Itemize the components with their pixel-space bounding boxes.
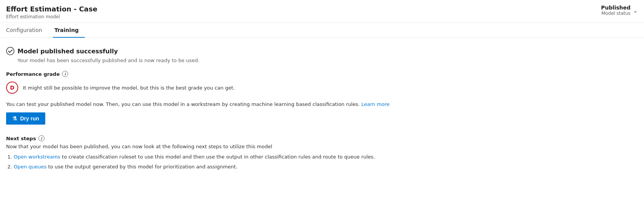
- model-status-text: Published Model status: [601, 5, 631, 16]
- performance-grade-info-icon[interactable]: i: [62, 71, 68, 77]
- check-circle-icon: [6, 47, 14, 55]
- svg-point-0: [6, 47, 14, 55]
- next-steps-description: Now that your model has been published, …: [6, 144, 638, 149]
- success-subtitle: Your model has been successfully publish…: [17, 58, 638, 63]
- page-title: Effort Estimation - Case: [6, 5, 97, 13]
- performance-grade-label: Performance grade i: [6, 71, 638, 77]
- tab-configuration[interactable]: Configuration: [6, 23, 48, 38]
- next-steps-list: Open workstreams to create classificatio…: [6, 153, 638, 170]
- main-content: Model published successfully Your model …: [0, 38, 644, 182]
- flask-icon: ⚗: [12, 115, 17, 122]
- next-steps-title: Next steps i: [6, 135, 638, 141]
- learn-more-link[interactable]: Learn more: [361, 101, 390, 107]
- page-subtitle: Effort estimation model: [6, 14, 97, 19]
- success-header: Model published successfully: [6, 47, 638, 55]
- next-steps-info-icon[interactable]: i: [38, 135, 45, 141]
- open-queues-link[interactable]: Open queues: [14, 164, 46, 170]
- model-status-label: Model status: [601, 11, 631, 16]
- success-title: Model published successfully: [17, 48, 118, 55]
- info-text: You can test your published model now. T…: [6, 101, 638, 107]
- tab-bar: Configuration Training: [0, 23, 644, 38]
- header-left: Effort Estimation - Case Effort estimati…: [6, 5, 97, 19]
- open-workstreams-link[interactable]: Open workstreams: [14, 154, 60, 160]
- grade-description: It might still be possible to improve th…: [23, 85, 235, 91]
- published-label: Published: [601, 5, 631, 11]
- page-header: Effort Estimation - Case Effort estimati…: [0, 0, 644, 23]
- grade-row: D It might still be possible to improve …: [6, 82, 638, 94]
- chevron-down-icon: ⌄: [633, 7, 638, 14]
- list-item: Open queues to use the output generated …: [14, 163, 638, 171]
- tab-training[interactable]: Training: [53, 23, 85, 38]
- list-item: Open workstreams to create classificatio…: [14, 153, 638, 161]
- grade-badge: D: [6, 82, 18, 94]
- dry-run-button[interactable]: ⚗ Dry run: [6, 112, 45, 125]
- model-status-button[interactable]: Published Model status ⌄: [601, 5, 638, 16]
